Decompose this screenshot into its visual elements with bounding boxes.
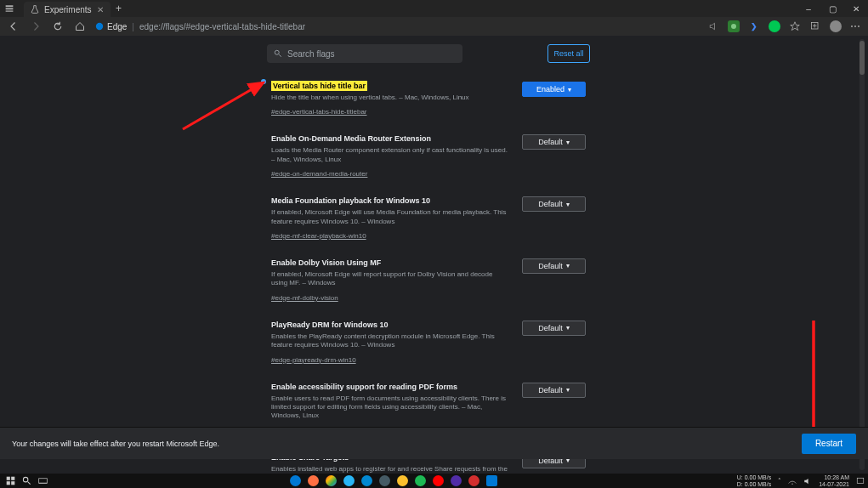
taskbar-apps	[290, 475, 497, 486]
home-button[interactable]	[73, 20, 87, 33]
task-view-icon[interactable]	[36, 474, 50, 488]
svg-rect-14	[39, 479, 48, 484]
taskbar-app-youtube[interactable]	[433, 475, 444, 486]
flag-select[interactable]: Default ▾	[522, 134, 586, 150]
scroll-thumb[interactable]	[859, 41, 865, 75]
flag-select[interactable]: Default ▾	[522, 258, 586, 274]
url-text: edge://flags/#edge-vertical-tabs-hide-ti…	[139, 22, 305, 31]
restart-bar: Your changes will take effect after you …	[0, 427, 868, 459]
profile-avatar[interactable]	[830, 20, 842, 32]
net-stats: U: 0.00 MB/s D: 0.00 MB/s	[737, 474, 771, 487]
search-input[interactable]: Search flags	[267, 44, 462, 63]
svg-rect-10	[11, 477, 14, 480]
site-identity: Edge	[95, 22, 127, 31]
svg-rect-0	[6, 5, 14, 7]
forward-button[interactable]	[29, 20, 43, 33]
flags-list: Vertical tabs hide title barHide the tit…	[271, 77, 586, 474]
flag-row: Vertical tabs hide title barHide the tit…	[271, 77, 586, 117]
taskbar-app-vscode[interactable]	[361, 475, 372, 486]
flag-select[interactable]: Default ▾	[522, 196, 586, 212]
modified-indicator	[261, 79, 266, 84]
flag-anchor-link[interactable]: #edge-vertical-tabs-hide-titlebar	[271, 108, 367, 116]
tray-network-icon[interactable]	[788, 477, 797, 485]
extension-icon-3[interactable]	[769, 20, 780, 32]
taskbar-search-icon[interactable]	[20, 474, 34, 488]
flag-anchor-link[interactable]: #edge-on-demand-media-router	[271, 170, 367, 178]
svg-rect-11	[7, 481, 10, 485]
taskbar-app-office[interactable]	[468, 475, 479, 486]
reset-all-button[interactable]: Reset all	[547, 44, 590, 63]
taskbar-app-terminal[interactable]	[379, 475, 390, 486]
taskbar-app-telegram[interactable]	[343, 475, 355, 486]
chevron-down-icon: ▾	[566, 201, 570, 208]
restart-button[interactable]: Restart	[802, 434, 856, 454]
flag-description: Loads the Media Router component extensi…	[271, 146, 509, 164]
flag-anchor-link[interactable]: #edge-mf-dolby-vision	[271, 294, 338, 302]
svg-point-4	[731, 24, 736, 29]
back-button[interactable]	[7, 20, 20, 33]
extension-icon-1[interactable]	[728, 20, 740, 32]
svg-point-6	[275, 50, 279, 54]
flag-row: Enable On-Demand Media Router ExtensionL…	[271, 129, 586, 179]
tab-close-icon[interactable]: ✕	[97, 5, 104, 14]
flag-select[interactable]: Default ▾	[522, 321, 586, 336]
edge-icon	[95, 22, 104, 31]
flag-select[interactable]: Default ▾	[522, 383, 586, 398]
flag-description: Enables the PlayReady content decryption…	[271, 332, 509, 350]
chevron-down-icon: ▾	[566, 262, 570, 270]
flag-row: Media Foundation playback for Windows 10…	[271, 191, 586, 241]
flag-anchor-link[interactable]: #edge-mf-clear-playback-win10	[271, 232, 366, 240]
flag-description: Enable users to read PDF form documents …	[271, 394, 509, 421]
flag-select[interactable]: Enabled ▾	[522, 82, 586, 97]
flag-title: Enable On-Demand Media Router Extension	[271, 134, 431, 143]
scrollbar[interactable]	[859, 39, 865, 470]
close-window-button[interactable]: ✕	[844, 0, 868, 17]
chevron-down-icon: ▾	[566, 386, 570, 394]
tray-volume-icon[interactable]	[803, 477, 812, 485]
flag-title: PlayReady DRM for Windows 10	[271, 321, 388, 329]
flag-row: PlayReady DRM for Windows 10Enables the …	[271, 315, 586, 366]
minimize-button[interactable]: –	[797, 0, 820, 17]
taskbar-app-edge[interactable]	[290, 475, 301, 486]
restart-message: Your changes will take effect after you …	[12, 440, 219, 448]
svg-point-15	[792, 483, 793, 484]
svg-point-13	[23, 477, 28, 482]
flag-anchor-link[interactable]: #edge-playready-drm-win10	[271, 356, 356, 364]
titlebar: Experiments ✕ + – ▢ ✕	[0, 0, 868, 17]
chevron-down-icon: ▾	[568, 86, 571, 94]
taskbar-app-files[interactable]	[397, 475, 408, 486]
start-button[interactable]	[3, 474, 18, 488]
windows-taskbar: U: 0.00 MB/s D: 0.00 MB/s ˄ 10:28 AM 14-…	[0, 474, 868, 488]
new-tab-button[interactable]: +	[111, 0, 128, 17]
address-bar[interactable]: Edge | edge://flags/#edge-vertical-tabs-…	[95, 22, 305, 31]
flask-icon	[31, 5, 39, 14]
maximize-button[interactable]: ▢	[820, 0, 844, 17]
settings-menu-button[interactable]: ⋯	[850, 20, 861, 32]
flag-description: If enabled, Microsoft Edge will use Medi…	[271, 208, 509, 226]
tab-title: Experiments	[44, 5, 92, 14]
flag-title: Enable accessibility support for reading…	[271, 383, 457, 391]
browser-tab[interactable]: Experiments ✕	[24, 2, 111, 17]
favorites-icon[interactable]	[789, 20, 801, 32]
taskbar-app-chrome[interactable]	[326, 475, 337, 486]
svg-point-3	[96, 23, 103, 30]
svg-rect-9	[7, 477, 10, 480]
collections-icon[interactable]	[809, 20, 821, 32]
flag-row: Enable Dolby Vision Using MFIf enabled, …	[271, 253, 586, 304]
extension-icon-2[interactable]: ❯	[748, 20, 760, 32]
taskbar-app-spotify[interactable]	[415, 475, 426, 486]
notifications-icon[interactable]	[856, 477, 865, 485]
taskbar-app-settings[interactable]	[486, 475, 497, 486]
chevron-down-icon: ▾	[566, 139, 570, 146]
tray-chevron-icon[interactable]: ˄	[778, 478, 781, 485]
taskbar-app-firefox[interactable]	[308, 475, 319, 486]
flag-title: Media Foundation playback for Windows 10	[271, 196, 430, 205]
refresh-button[interactable]	[51, 20, 65, 33]
page-content: Search flags Reset all Vertical tabs hid…	[0, 36, 868, 474]
clock[interactable]: 10:28 AM 14-07-2021	[819, 474, 849, 487]
tab-actions-icon[interactable]	[0, 0, 19, 17]
taskbar-app-teams[interactable]	[451, 475, 462, 486]
read-aloud-icon[interactable]	[707, 20, 719, 32]
search-placeholder: Search flags	[287, 49, 335, 59]
flag-description: Hide the title bar when using vertical t…	[271, 94, 509, 102]
